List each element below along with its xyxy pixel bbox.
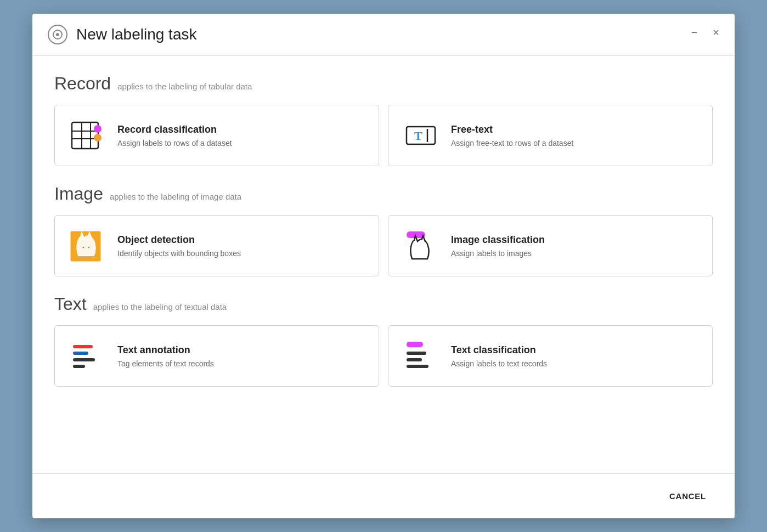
svg-point-7 xyxy=(94,125,101,133)
card-free-text[interactable]: T Free-text Assign free-text to rows of … xyxy=(388,105,713,166)
svg-rect-17 xyxy=(73,365,85,368)
svg-point-1 xyxy=(56,33,59,36)
section-image-title: Image xyxy=(54,184,103,204)
text-cards-row: Text annotation Tag elements of text rec… xyxy=(54,325,713,387)
section-image-subtitle: applies to the labeling of image data xyxy=(110,192,241,201)
svg-point-8 xyxy=(94,134,101,142)
section-record: Record applies to the labeling of tabula… xyxy=(54,73,713,166)
card-free-text-desc: Assign free-text to rows of a dataset xyxy=(451,139,699,148)
section-text-header: Text applies to the labeling of textual … xyxy=(54,294,713,314)
section-text-title: Text xyxy=(54,294,87,314)
dialog-header: New labeling task − × xyxy=(32,14,735,56)
svg-rect-15 xyxy=(73,352,88,355)
free-text-icon: T xyxy=(402,116,440,155)
card-text-annotation-desc: Tag elements of text records xyxy=(117,359,365,368)
card-image-classification-desc: Assign labels to images xyxy=(451,249,699,258)
image-classification-icon xyxy=(402,227,440,265)
svg-text:T: T xyxy=(414,129,422,143)
card-image-classification[interactable]: Image classification Assign labels to im… xyxy=(388,215,713,276)
image-cards-row: Object detection Identify objects with b… xyxy=(54,215,713,276)
text-annotation-icon xyxy=(68,337,106,375)
section-record-subtitle: applies to the labeling of tabular data xyxy=(117,82,252,91)
card-text-annotation[interactable]: Text annotation Tag elements of text rec… xyxy=(54,325,379,387)
section-text: Text applies to the labeling of textual … xyxy=(54,294,713,387)
svg-rect-21 xyxy=(407,365,428,368)
dialog-title: New labeling task xyxy=(76,26,196,43)
card-text-classification[interactable]: Text classification Assign labels to tex… xyxy=(388,325,713,387)
section-image: Image applies to the labeling of image d… xyxy=(54,184,713,276)
card-object-detection-text: Object detection Identify objects with b… xyxy=(117,234,365,258)
card-free-text-name: Free-text xyxy=(451,124,699,135)
dialog-controls: − × xyxy=(687,25,724,40)
section-record-header: Record applies to the labeling of tabula… xyxy=(54,73,713,94)
svg-rect-14 xyxy=(73,345,93,348)
svg-rect-20 xyxy=(407,358,422,361)
card-record-classification-desc: Assign labels to rows of a dataset xyxy=(117,139,365,148)
card-text-annotation-text: Text annotation Tag elements of text rec… xyxy=(117,344,365,368)
dialog-header-icon xyxy=(48,25,67,44)
card-record-classification-name: Record classification xyxy=(117,124,365,135)
record-classification-icon xyxy=(68,116,106,155)
dialog-body: Record applies to the labeling of tabula… xyxy=(32,56,735,473)
card-object-detection-name: Object detection xyxy=(117,234,365,246)
card-image-classification-text: Image classification Assign labels to im… xyxy=(451,234,699,258)
object-detection-icon xyxy=(68,227,106,265)
card-text-classification-name: Text classification xyxy=(451,344,699,356)
minimize-button[interactable]: − xyxy=(687,25,702,40)
record-cards-row: Record classification Assign labels to r… xyxy=(54,105,713,166)
svg-rect-18 xyxy=(407,342,423,347)
section-text-subtitle: applies to the labeling of textual data xyxy=(93,302,227,312)
new-labeling-task-dialog: New labeling task − × Record applies to … xyxy=(32,14,735,518)
card-text-classification-text: Text classification Assign labels to tex… xyxy=(451,344,699,368)
section-record-title: Record xyxy=(54,73,111,94)
section-image-header: Image applies to the labeling of image d… xyxy=(54,184,713,204)
svg-rect-2 xyxy=(72,122,98,149)
card-record-classification[interactable]: Record classification Assign labels to r… xyxy=(54,105,379,166)
card-record-classification-text: Record classification Assign labels to r… xyxy=(117,124,365,148)
cancel-button[interactable]: CANCEL xyxy=(656,485,719,507)
card-free-text-text: Free-text Assign free-text to rows of a … xyxy=(451,124,699,148)
card-image-classification-name: Image classification xyxy=(451,234,699,246)
svg-rect-16 xyxy=(73,358,95,361)
close-button[interactable]: × xyxy=(708,25,724,40)
card-object-detection[interactable]: Object detection Identify objects with b… xyxy=(54,215,379,276)
svg-rect-19 xyxy=(407,352,426,355)
card-text-annotation-name: Text annotation xyxy=(117,344,365,356)
card-object-detection-desc: Identify objects with bounding boxes xyxy=(117,249,365,258)
text-classification-icon xyxy=(402,337,440,375)
card-text-classification-desc: Assign labels to text records xyxy=(451,359,699,368)
dialog-footer: CANCEL xyxy=(32,473,735,518)
